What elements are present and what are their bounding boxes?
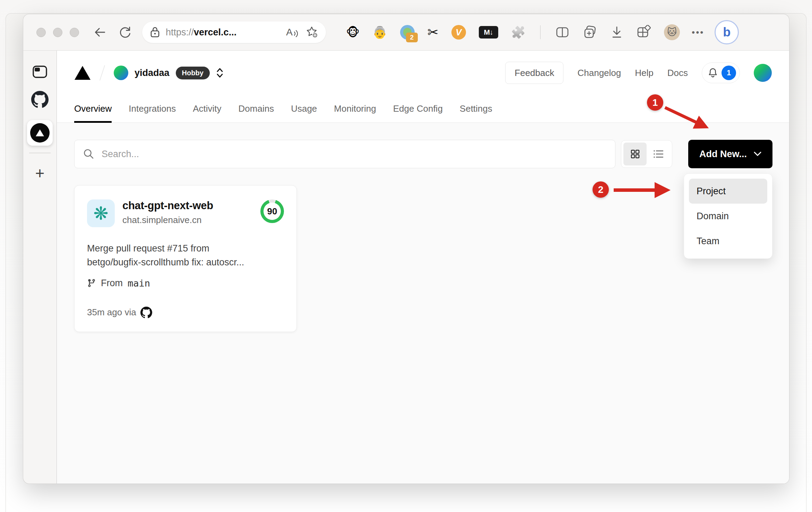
- downloads-icon[interactable]: [610, 25, 624, 40]
- new-tab-button[interactable]: +: [35, 165, 45, 181]
- tab-edge-config[interactable]: Edge Config: [393, 95, 443, 122]
- workspaces-grid-icon[interactable]: [636, 25, 651, 40]
- sidebar-toggle-icon[interactable]: [32, 65, 48, 79]
- docs-link[interactable]: Docs: [667, 68, 688, 78]
- browser-vertical-tabs-sidebar: +: [23, 51, 57, 484]
- project-search[interactable]: [74, 140, 615, 168]
- github-tab-icon[interactable]: [31, 91, 49, 108]
- tab-usage[interactable]: Usage: [291, 95, 317, 122]
- notifications-button[interactable]: 1: [702, 62, 740, 83]
- collections-icon[interactable]: [582, 25, 597, 40]
- branch-name[interactable]: main: [128, 278, 150, 289]
- annotation-arrow-2: [611, 180, 680, 200]
- github-source-icon: [140, 307, 152, 318]
- address-bar[interactable]: https://vercel.c... A: [142, 22, 326, 43]
- team-switcher[interactable]: yidadaa Hobby: [114, 66, 224, 80]
- score-value: 90: [264, 203, 281, 220]
- bing-chat-icon[interactable]: b: [715, 20, 739, 44]
- annotation-step-2: 2: [593, 181, 609, 198]
- changelog-link[interactable]: Changelog: [577, 68, 621, 78]
- deploy-time: 35m ago via: [87, 307, 136, 318]
- list-view-button[interactable]: [647, 143, 670, 165]
- dropdown-item-domain[interactable]: Domain: [689, 204, 767, 229]
- traffic-lights: [36, 28, 79, 37]
- extensions-puzzle-icon[interactable]: 🧩: [511, 26, 526, 38]
- project-domain[interactable]: chat.simplenaive.cn: [122, 215, 213, 225]
- favorite-star-icon[interactable]: [304, 25, 319, 40]
- openai-project-icon: ❋: [87, 199, 115, 227]
- grandma-extension-icon[interactable]: 👵: [372, 26, 387, 38]
- extension-icons: 🐵 👵 2 ✂ V M↓ 🧩: [346, 25, 526, 40]
- grid-view-button[interactable]: [623, 143, 647, 165]
- tab-monitoring[interactable]: Monitoring: [334, 95, 376, 122]
- dropdown-item-project[interactable]: Project: [689, 179, 767, 204]
- browser-profile-avatar[interactable]: 🐱: [664, 24, 680, 40]
- annotation-arrow-1: [659, 102, 721, 137]
- vercel-favicon: [30, 123, 50, 143]
- chevron-down-icon: [754, 151, 761, 157]
- url-text[interactable]: https://vercel.c...: [166, 27, 280, 38]
- annotation-step-1: 1: [647, 94, 663, 111]
- read-aloud-icon[interactable]: A: [286, 27, 299, 38]
- project-name[interactable]: chat-gpt-next-web: [122, 199, 213, 212]
- branch-prefix: From: [101, 278, 123, 289]
- more-menu-icon[interactable]: •••: [692, 27, 704, 38]
- markdown-download-extension-icon[interactable]: M↓: [479, 26, 498, 39]
- tampermonkey-extension-icon[interactable]: 🐵: [346, 26, 360, 38]
- split-screen-icon[interactable]: [555, 25, 570, 39]
- feedback-button[interactable]: Feedback: [505, 62, 563, 84]
- tab-integrations[interactable]: Integrations: [129, 95, 176, 122]
- add-new-button[interactable]: Add New...: [688, 140, 772, 168]
- add-new-dropdown: Project Domain Team: [684, 173, 772, 259]
- lock-icon: [150, 26, 160, 38]
- grid-view-icon: [630, 149, 640, 159]
- tab-domains[interactable]: Domains: [239, 95, 274, 122]
- vercel-logo[interactable]: [74, 66, 91, 80]
- vercel-tab-active[interactable]: [27, 120, 53, 146]
- notification-count-badge: 1: [722, 66, 736, 80]
- v-extension-icon[interactable]: V: [451, 25, 466, 40]
- breadcrumb-slash: [100, 65, 105, 80]
- back-icon[interactable]: [92, 24, 108, 40]
- circle-extension-icon[interactable]: 2: [400, 25, 415, 40]
- score-ring: 90: [260, 199, 284, 223]
- view-toggle: [621, 140, 672, 168]
- screenshot-stage: https://vercel.c... A 🐵 👵 2 ✂ V M↓: [0, 0, 812, 512]
- bell-icon: [707, 67, 719, 79]
- vercel-header: yidadaa Hobby Feedback Changelog Help Do…: [57, 51, 789, 95]
- dropdown-item-team[interactable]: Team: [689, 229, 767, 254]
- extension-count-badge: 2: [406, 33, 418, 42]
- tab-activity[interactable]: Activity: [193, 95, 221, 122]
- close-window-button[interactable]: [36, 28, 46, 37]
- zoom-window-button[interactable]: [70, 28, 79, 37]
- project-card[interactable]: ❋ chat-gpt-next-web chat.simplenaive.cn …: [74, 185, 297, 332]
- tab-settings[interactable]: Settings: [460, 95, 492, 122]
- reload-icon[interactable]: [117, 24, 133, 40]
- commit-message[interactable]: Merge pull request #715 from betgo/bugfi…: [87, 242, 284, 270]
- user-avatar[interactable]: [754, 64, 772, 82]
- browser-system-icons: 🐱: [538, 24, 680, 40]
- search-icon: [83, 148, 95, 160]
- list-view-icon: [653, 149, 664, 159]
- sidebar-divider: [29, 153, 51, 153]
- scissors-extension-icon[interactable]: ✂: [427, 26, 439, 39]
- git-branch-icon: [87, 278, 96, 288]
- plan-badge: Hobby: [176, 67, 210, 79]
- browser-toolbar: https://vercel.c... A 🐵 👵 2 ✂ V M↓: [23, 14, 789, 51]
- browser-window: https://vercel.c... A 🐵 👵 2 ✂ V M↓: [23, 14, 789, 484]
- team-select-chevrons[interactable]: [216, 67, 224, 78]
- vercel-main: Add New... ❋ chat-gpt-next-web chat.simp…: [57, 123, 789, 484]
- toolbar-divider: [540, 25, 541, 39]
- team-name: yidadaa: [135, 68, 170, 78]
- search-input[interactable]: [101, 148, 607, 160]
- minimize-window-button[interactable]: [53, 28, 62, 37]
- help-link[interactable]: Help: [635, 68, 653, 78]
- tab-overview[interactable]: Overview: [74, 95, 112, 122]
- team-avatar: [114, 66, 128, 80]
